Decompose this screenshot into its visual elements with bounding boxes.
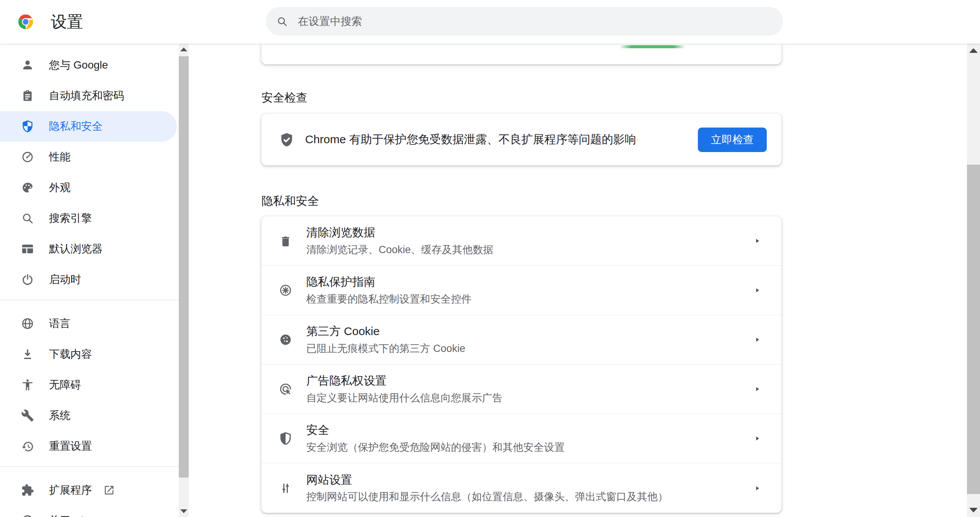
safety-check-section-title: 安全检查	[261, 90, 307, 106]
sidebar-scrollbar-thumb[interactable]	[179, 56, 189, 478]
chevron-icon	[752, 483, 762, 493]
sidebar-item-label: 扩展程序	[49, 483, 92, 497]
reset-icon	[21, 440, 34, 453]
setting-row-privacy-guide[interactable]: 隐私保护指南检查重要的隐私控制设置和安全控件	[261, 266, 781, 315]
setting-row-subtitle: 检查重要的隐私控制设置和安全控件	[306, 293, 745, 305]
sidebar-divider	[0, 300, 179, 300]
sidebar-item-label: 隐私和安全	[49, 119, 103, 134]
privacy-section-title: 隐私和安全	[261, 193, 319, 209]
sidebar-item-label: 搜索引擎	[49, 211, 92, 226]
safety-check-card: Chrome 有助于保护您免受数据泄露、不良扩展程序等问题的影响 立即检查	[261, 114, 781, 165]
setting-row-text: 隐私保护指南检查重要的隐私控制设置和安全控件	[306, 275, 745, 305]
sidebar-item-reset-settings[interactable]: 重置设置	[0, 431, 177, 461]
sidebar-item-about-chrome[interactable]: 关于 Chrome	[0, 506, 177, 517]
setting-row-subtitle: 清除浏览记录、Cookie、缓存及其他数据	[306, 244, 745, 256]
setting-row-title: 隐私保护指南	[306, 275, 745, 289]
search-input[interactable]	[298, 15, 772, 28]
globe-icon	[21, 317, 34, 330]
main-scrollbar[interactable]	[967, 44, 980, 517]
setting-row-title: 第三方 Cookie	[306, 325, 745, 338]
sidebar-item-performance[interactable]: 性能	[0, 142, 177, 172]
sidebar-item-label: 语言	[49, 316, 70, 331]
sidebar-item-appearance[interactable]: 外观	[0, 172, 177, 203]
setting-row-clear-browsing-data[interactable]: 清除浏览数据清除浏览记录、Cookie、缓存及其他数据	[261, 216, 781, 266]
setting-row-subtitle: 安全浏览（保护您免受危险网站的侵害）和其他安全设置	[306, 441, 745, 453]
setting-row-security[interactable]: 安全安全浏览（保护您免受危险网站的侵害）和其他安全设置	[261, 414, 781, 463]
tune-icon	[279, 481, 292, 495]
setting-row-subtitle: 自定义要让网站使用什么信息向您展示广告	[306, 392, 745, 404]
sidebar-item-label: 重置设置	[49, 439, 92, 453]
sidebar-item-search-engine[interactable]: 搜索引擎	[0, 203, 177, 234]
download-icon	[21, 348, 34, 361]
chevron-icon	[752, 384, 762, 394]
sidebar-nav: 您与 Google自动填充和密码隐私和安全性能外观搜索引擎默认浏览器启动时语言下…	[0, 44, 179, 517]
scroll-down-icon[interactable]	[969, 508, 978, 512]
setting-row-text: 网站设置控制网站可以使用和显示什么信息（如位置信息、摄像头、弹出式窗口及其他）	[306, 473, 745, 503]
sidebar-item-label: 系统	[49, 408, 70, 423]
sidebar-item-label: 下载内容	[49, 347, 92, 362]
main-scrollbar-thumb[interactable]	[967, 165, 980, 494]
setting-row-subtitle: 控制网站可以使用和显示什么信息（如位置信息、摄像头、弹出式窗口及其他）	[306, 491, 745, 503]
accessibility-icon	[21, 378, 34, 391]
sidebar-item-languages[interactable]: 语言	[0, 308, 177, 339]
sidebar-item-label: 外观	[49, 180, 70, 195]
sidebar-item-label: 关于 Chrome	[49, 514, 111, 517]
setting-row-title: 安全	[306, 424, 745, 437]
setting-row-title: 清除浏览数据	[306, 226, 745, 239]
sidebar-item-label: 默认浏览器	[49, 242, 103, 256]
sidebar-item-you-and-google[interactable]: 您与 Google	[0, 50, 177, 80]
chevron-icon	[752, 434, 762, 443]
setting-row-ad-privacy[interactable]: 广告隐私权设置自定义要让网站使用什么信息向您展示广告	[261, 365, 781, 414]
search-engine-icon	[21, 212, 34, 225]
settings-search-box[interactable]	[266, 7, 783, 36]
performance-icon	[21, 151, 34, 164]
setting-row-text: 清除浏览数据清除浏览记录、Cookie、缓存及其他数据	[306, 226, 745, 256]
scroll-down-icon[interactable]	[180, 509, 187, 513]
setting-row-title: 网站设置	[306, 473, 745, 487]
chrome-settings-page: 设置 您与 Google自动填充和密码隐私和安全性能外观搜索引擎默认浏览器启动时…	[0, 0, 980, 517]
default-browser-icon	[21, 242, 34, 255]
cookie-icon	[279, 333, 292, 347]
sidebar-item-extensions[interactable]: 扩展程序	[0, 475, 177, 506]
scroll-up-icon[interactable]	[180, 47, 187, 51]
setting-row-site-settings[interactable]: 网站设置控制网站可以使用和显示什么信息（如位置信息、摄像头、弹出式窗口及其他）	[261, 463, 781, 513]
scroll-up-icon[interactable]	[969, 48, 978, 53]
sidebar-item-accessibility[interactable]: 无障碍	[0, 370, 177, 400]
sidebar-item-privacy-and-security[interactable]: 隐私和安全	[0, 111, 177, 142]
shield-check-icon	[279, 132, 295, 148]
privacy-shield-icon	[21, 120, 34, 133]
header: 设置	[0, 0, 980, 44]
main-content: 安全检查 Chrome 有助于保护您免受数据泄露、不良扩展程序等问题的影响 立即…	[189, 44, 967, 517]
sidebar-item-downloads[interactable]: 下载内容	[0, 339, 177, 370]
autofill-icon	[21, 89, 34, 102]
sidebar-scrollbar[interactable]	[179, 44, 189, 517]
person-icon	[21, 59, 34, 72]
chevron-icon	[752, 236, 762, 246]
security-shield-icon	[279, 432, 292, 445]
green-progress-fragment	[619, 45, 685, 48]
sidebar-item-label: 启动时	[49, 272, 81, 287]
setting-row-subtitle: 已阻止无痕模式下的第三方 Cookie	[306, 342, 745, 355]
check-now-button[interactable]: 立即检查	[698, 128, 767, 152]
chrome-logo-icon	[17, 13, 34, 31]
setting-row-text: 安全安全浏览（保护您免受危险网站的侵害）和其他安全设置	[306, 424, 745, 453]
page-title: 设置	[51, 11, 83, 33]
sidebar-item-system[interactable]: 系统	[0, 400, 177, 431]
sidebar-divider	[0, 466, 179, 467]
chevron-icon	[752, 285, 762, 295]
sidebar-item-label: 无障碍	[49, 378, 81, 392]
sidebar-item-on-startup[interactable]: 启动时	[0, 264, 177, 295]
sidebar-item-autofill[interactable]: 自动填充和密码	[0, 80, 177, 111]
trash-icon	[279, 234, 292, 248]
setting-row-text: 第三方 Cookie已阻止无痕模式下的第三方 Cookie	[306, 325, 745, 355]
wrench-icon	[21, 409, 34, 422]
power-icon	[21, 273, 34, 286]
partial-card	[261, 44, 781, 64]
chevron-icon	[752, 335, 762, 345]
sidebar-item-label: 自动填充和密码	[49, 88, 124, 103]
setting-row-third-party-cookies[interactable]: 第三方 Cookie已阻止无痕模式下的第三方 Cookie	[261, 315, 781, 365]
sidebar-item-default-browser[interactable]: 默认浏览器	[0, 234, 177, 264]
setting-row-title: 广告隐私权设置	[306, 374, 745, 388]
extension-icon	[21, 484, 34, 497]
setting-row-text: 广告隐私权设置自定义要让网站使用什么信息向您展示广告	[306, 374, 745, 404]
